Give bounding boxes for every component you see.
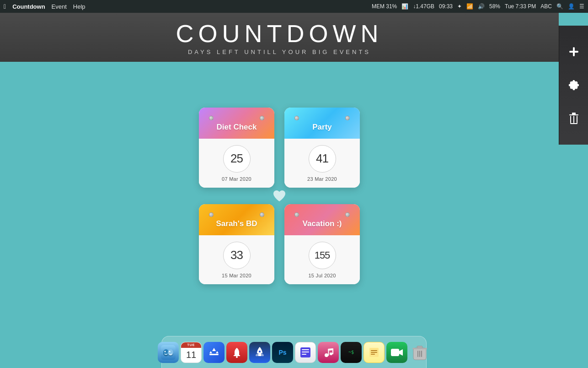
user-icon: 👤 (568, 3, 575, 10)
days-count-diet: 25 (230, 152, 243, 166)
dock-item-launchpad[interactable] (249, 342, 270, 363)
dock: TUE 11 Ps (161, 336, 427, 368)
event-card-sarahs-bd[interactable]: Sarah's BD 33 15 Mar 2020 (199, 204, 274, 284)
dock-item-notification[interactable] (226, 342, 247, 363)
plus-icon (568, 46, 580, 58)
svg-rect-4 (570, 116, 571, 123)
dock-item-facetime[interactable] (386, 342, 407, 363)
gear-icon (568, 79, 580, 91)
trash-icon (568, 111, 580, 126)
finder-icon (161, 345, 176, 360)
dock-item-calendar[interactable]: TUE 11 (181, 342, 202, 363)
svg-point-14 (169, 351, 171, 352)
dock-item-terminal[interactable]: ~$ (341, 342, 362, 363)
days-count-vacation: 155 (315, 249, 330, 261)
abc-input: ABC (540, 3, 552, 10)
hdd-text: ↓1.47GB (413, 3, 434, 10)
app-header: COUNTDOWN DAYS LEFT UNTILL YOUR BIG EVEN… (0, 13, 559, 62)
hdd-status: 📊 (401, 3, 408, 10)
dock-item-trash[interactable] (409, 342, 430, 363)
mem-status: MEM 31% (372, 3, 397, 10)
svg-point-22 (325, 353, 328, 357)
svg-rect-19 (302, 349, 309, 350)
events-grid: Diet Check 25 07 Mar 2020 (185, 94, 374, 298)
dock-item-itunes[interactable] (318, 342, 339, 363)
pin-left-party (294, 116, 299, 120)
count-circle-sarah: 33 (223, 242, 251, 269)
svg-rect-7 (570, 123, 577, 124)
svg-rect-36 (417, 351, 418, 357)
add-event-button[interactable] (564, 42, 584, 62)
card-header-vacation: Vacation :) (284, 204, 360, 235)
menubar-right: MEM 31% 📊 ↓1.47GB 09:33 ✦ 📶 🔊 58% Tue 7:… (372, 0, 584, 13)
card-body-vacation: 155 15 Jul 2020 (284, 235, 360, 284)
svg-rect-29 (371, 352, 377, 353)
menu-help[interactable]: Help (73, 3, 86, 10)
stickers-icon (299, 346, 312, 359)
svg-point-23 (330, 352, 332, 355)
dock-item-photoshop[interactable]: Ps (272, 342, 293, 363)
sidebar (559, 26, 588, 145)
svg-point-13 (165, 351, 166, 352)
event-name-party: Party (312, 123, 332, 132)
dock-item-finder[interactable] (158, 342, 179, 363)
search-icon[interactable]: 🔍 (556, 3, 563, 10)
dock-item-appstore[interactable] (203, 342, 225, 363)
event-date-sarah: 15 Mar 2020 (222, 273, 251, 278)
photoshop-label: Ps (278, 349, 286, 356)
svg-rect-2 (569, 114, 578, 115)
svg-rect-20 (302, 352, 309, 352)
pin-left-vacation (294, 212, 299, 217)
card-header-party: Party (284, 108, 360, 139)
card-body-sarah: 33 15 Mar 2020 (199, 235, 274, 284)
dock-item-notes[interactable] (363, 342, 385, 363)
svg-marker-32 (399, 349, 403, 356)
event-card-vacation[interactable]: Vacation :) 155 15 Jul 2020 (284, 204, 360, 284)
events-row-2: Sarah's BD 33 15 Mar 2020 (199, 204, 360, 284)
svg-rect-31 (391, 349, 399, 356)
event-date-vacation: 15 Jul 2020 (308, 273, 336, 278)
bluetooth-icon: ✦ (457, 3, 462, 10)
app-title: COUNTDOWN (0, 21, 559, 46)
dock-item-stickers[interactable] (295, 342, 316, 363)
app-menu-name[interactable]: Countdown (12, 3, 45, 10)
pin-right-sarah (260, 212, 264, 217)
count-circle-party: 41 (309, 145, 336, 173)
svg-rect-28 (371, 350, 377, 351)
event-date-party: 23 Mar 2020 (307, 176, 337, 182)
card-header-sarah: Sarah's BD (199, 204, 274, 235)
menu-event[interactable]: Event (52, 3, 67, 10)
facetime-icon (390, 347, 403, 357)
count-circle-diet: 25 (223, 145, 251, 173)
count-circle-vacation: 155 (309, 242, 336, 269)
main-content: Diet Check 25 07 Mar 2020 (0, 62, 559, 330)
trash-dock-icon (412, 343, 428, 362)
svg-rect-37 (419, 351, 420, 357)
svg-rect-30 (371, 354, 375, 355)
app-subtitle: DAYS LEFT UNTILL YOUR BIG EVENTS (0, 49, 559, 55)
pin-left-sarah (209, 212, 214, 217)
svg-rect-35 (412, 348, 427, 349)
notification-icon (231, 347, 242, 358)
apple-menu[interactable]:  (4, 3, 6, 10)
time-display: 09:33 (439, 3, 453, 10)
delete-event-button[interactable] (564, 108, 584, 129)
card-body-party: 41 23 Mar 2020 (284, 139, 360, 188)
svg-rect-1 (569, 51, 578, 53)
days-count-party: 41 (316, 152, 328, 166)
event-card-party[interactable]: Party 41 23 Mar 2020 (284, 108, 360, 188)
menubar-left:  Countdown Event Help (4, 3, 86, 10)
pin-right-diet (260, 116, 264, 120)
svg-point-17 (259, 351, 261, 352)
svg-rect-21 (302, 354, 306, 355)
settings-button[interactable] (564, 75, 584, 95)
card-header-diet: Diet Check (199, 108, 274, 139)
heart-divider (273, 188, 286, 204)
pin-right-party (345, 116, 350, 120)
event-name-vacation: Vacation :) (303, 219, 342, 228)
svg-rect-3 (572, 113, 576, 114)
days-count-sarah: 33 (230, 248, 243, 262)
datetime-display: Tue 7:33 PM (505, 3, 536, 10)
events-row-1: Diet Check 25 07 Mar 2020 (199, 108, 360, 188)
event-card-diet-check[interactable]: Diet Check 25 07 Mar 2020 (199, 108, 274, 188)
